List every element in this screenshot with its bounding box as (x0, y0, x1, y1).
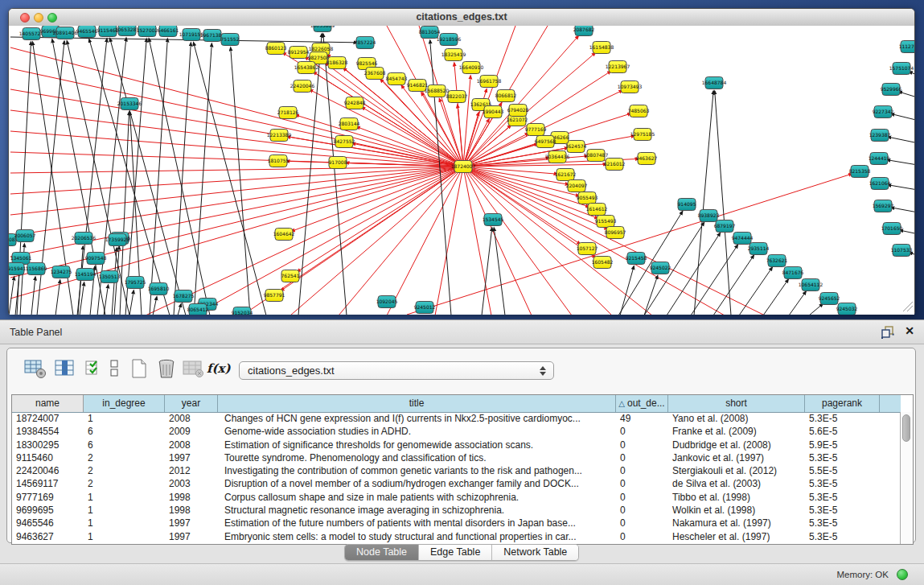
black-edge[interactable] (887, 160, 914, 166)
graph-node-917008[interactable]: 917008 (329, 157, 347, 169)
graph-node-20891406[interactable]: 20891406 (53, 27, 78, 39)
graph-node-8427552[interactable]: 8427552 (334, 136, 355, 148)
black-edge[interactable] (194, 43, 211, 315)
graph-node-9463627[interactable]: 9463627 (636, 153, 658, 165)
graph-node-8471676[interactable]: 8471676 (782, 267, 804, 279)
red-edge[interactable] (387, 167, 463, 315)
graph-node-7485063[interactable]: 7485063 (628, 105, 650, 117)
red-edge[interactable] (407, 174, 852, 315)
red-edge[interactable] (10, 167, 463, 173)
black-edge[interactable] (888, 185, 914, 191)
graph-node-9155493[interactable]: 9155493 (595, 216, 617, 228)
tab-edge-table[interactable]: Edge Table (419, 545, 492, 560)
black-edge[interactable] (104, 285, 109, 315)
black-edge[interactable] (888, 137, 914, 144)
table-row[interactable]: 946554611997Estimation of the future num… (12, 517, 901, 529)
graph-node-22420046[interactable]: 22420046 (290, 80, 315, 93)
graph-node-2204097[interactable]: 2204097 (566, 180, 588, 192)
column-header-short[interactable]: short (668, 395, 805, 412)
graph-node-16961758[interactable]: 16961758 (477, 76, 502, 88)
graph-node-8938923[interactable]: 8938923 (698, 210, 720, 222)
graph-node-8186328[interactable]: 8186328 (326, 57, 348, 69)
graph-node-1569297[interactable]: 1569297 (873, 200, 894, 212)
row-height-icon[interactable] (109, 358, 120, 379)
black-edge[interactable] (174, 43, 191, 315)
black-edge[interactable] (739, 267, 772, 315)
graph-node-16033809[interactable]: 16033809 (310, 26, 335, 32)
close-panel-icon[interactable]: ✕ (905, 324, 914, 337)
column-header-name[interactable]: name (12, 395, 84, 412)
graph-node-16154838[interactable]: 16154838 (589, 42, 614, 54)
black-edge[interactable] (789, 291, 806, 315)
graph-node-1239387[interactable]: 1239387 (869, 130, 891, 142)
black-edge[interactable] (809, 303, 823, 315)
table-row[interactable]: 911546021997Tourette syndrome. Phenomeno… (12, 451, 901, 464)
graph-node-8065412[interactable]: 8065412 (187, 304, 209, 315)
red-edge[interactable] (339, 167, 463, 315)
graph-node-9245032[interactable]: 9245032 (836, 303, 858, 315)
red-edge[interactable] (463, 167, 612, 315)
black-edge[interactable] (178, 304, 181, 315)
black-edge[interactable] (713, 255, 754, 315)
graph-node-1678275[interactable]: 1678275 (173, 290, 195, 303)
black-edge[interactable] (153, 297, 157, 315)
graph-node-1605482[interactable]: 1605482 (592, 257, 614, 269)
graph-node-20153346[interactable]: 20153346 (117, 98, 142, 110)
graph-node-16648784[interactable]: 16648784 (702, 77, 727, 89)
graph-node-1350513[interactable]: 1350513 (99, 271, 121, 283)
graph-node-1604642[interactable]: 1604642 (273, 229, 295, 241)
graph-node-7857224[interactable]: 7857224 (355, 37, 376, 49)
network-window[interactable]: citations_edges.txt (8, 8, 915, 315)
graph-node-8912954[interactable]: 8912954 (288, 47, 310, 59)
graph-node-8096957[interactable]: 8096957 (605, 227, 626, 239)
graph-node-9474444[interactable]: 9474444 (732, 233, 754, 245)
graph-node-15751074[interactable]: 15751074 (889, 63, 914, 75)
graph-node-2367608[interactable]: 2367608 (364, 68, 386, 80)
graph-node-9857791[interactable]: 9857791 (264, 290, 285, 302)
graph-node-3915941[interactable]: 3915941 (9, 263, 27, 275)
graph-node-18325419[interactable]: 18325419 (441, 49, 466, 61)
graph-node-10973493[interactable]: 10973493 (618, 81, 643, 93)
graph-node-12213967[interactable]: 12213967 (606, 61, 630, 73)
graph-node-1701650[interactable]: 1701650 (881, 223, 903, 235)
graph-node-12975185[interactable]: 12975185 (630, 129, 655, 141)
graph-node-1990443[interactable]: 1990443 (483, 106, 504, 118)
graph-node-9465546[interactable]: 9465546 (76, 26, 98, 38)
black-edge[interactable] (150, 39, 167, 315)
graph-node-9227342[interactable]: 9227342 (873, 106, 894, 118)
black-edge[interactable] (194, 43, 266, 315)
graph-node-1092045[interactable]: 1092045 (376, 296, 398, 308)
graph-node-914095[interactable]: 914095 (678, 199, 696, 211)
red-edge[interactable] (194, 167, 463, 315)
black-edge[interactable] (763, 279, 788, 315)
graph-node-1621672[interactable]: 1621672 (555, 169, 577, 181)
graph-node-1107533[interactable]: 1107533 (891, 245, 913, 257)
tab-network-table[interactable]: Network Table (492, 545, 578, 560)
black-edge[interactable] (125, 39, 146, 315)
graph-node-6466161[interactable]: 6466161 (158, 26, 179, 37)
graph-node-7632621[interactable]: 7632621 (766, 255, 788, 267)
graph-node-762541[interactable]: 762541 (281, 270, 300, 282)
black-edge[interactable] (9, 277, 14, 315)
graph-node-16543862[interactable]: 16543862 (294, 62, 319, 74)
black-edge[interactable] (620, 266, 634, 315)
graph-node-9245022[interactable]: 9245022 (650, 262, 671, 274)
graph-node-2803144[interactable]: 2803144 (339, 118, 360, 130)
table-row[interactable]: 946362711997Embryonic stem cells: a mode… (12, 530, 901, 543)
delete-table-icon[interactable] (157, 358, 176, 379)
network-window-titlebar[interactable]: citations_edges.txt (9, 9, 914, 27)
black-edge[interactable] (694, 91, 713, 315)
graph-node-6497568[interactable]: 6497568 (535, 136, 556, 148)
graph-node-1795725[interactable]: 1795725 (125, 277, 146, 289)
table-selector-dropdown[interactable]: citations_edges.txt (239, 361, 554, 380)
red-edge[interactable] (10, 167, 463, 278)
table-row[interactable]: 1456911722003Disruption of a novel membe… (12, 477, 901, 490)
black-edge[interactable] (891, 208, 914, 213)
vertical-scrollbar[interactable] (900, 412, 913, 544)
black-edge[interactable] (691, 245, 737, 315)
column-header-pagerank[interactable]: pagerank (805, 395, 880, 412)
graph-node-18724007[interactable]: 18724007 (451, 161, 476, 173)
red-edge[interactable] (463, 167, 652, 315)
graph-node-9055493[interactable]: 9055493 (577, 192, 598, 204)
black-edge[interactable] (667, 233, 721, 315)
